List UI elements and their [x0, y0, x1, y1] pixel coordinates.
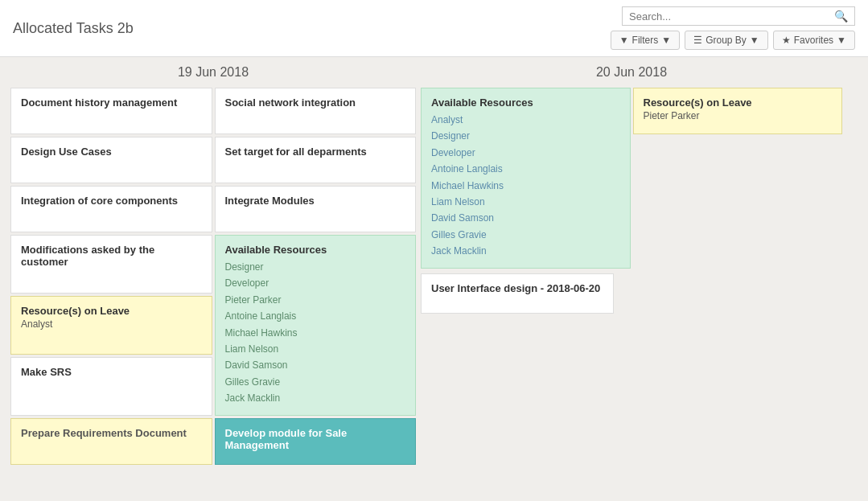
card-title: Make SRS [21, 366, 72, 378]
card-develop-module[interactable]: Develop module for Sale Management [215, 418, 417, 465]
list-icon: ☰ [693, 35, 702, 46]
card-integration-core[interactable]: Integration of core components [10, 186, 212, 232]
resource-developer: Developer [225, 275, 406, 291]
column-20-jun: 20 Jun 2018 Available Resources Analyst … [418, 57, 845, 465]
resource-antoine: Antoine Langlais [225, 308, 406, 324]
card-title: Available Resources [225, 244, 406, 256]
header: Allocated Tasks 2b 🔍 ▼ Filters ▼ ☰ Group… [0, 0, 868, 57]
date-header-right: 20 Jun 2018 [418, 57, 845, 88]
card-title: Available Resources [431, 97, 620, 109]
resource-pieter: Pieter Parker [225, 292, 406, 308]
card-title: Integration of core components [21, 195, 178, 207]
card-ui-design[interactable]: User Interface design - 2018-06-20 [421, 273, 614, 314]
filters-button[interactable]: ▼ Filters ▼ [611, 31, 680, 50]
chevron-down-icon2: ▼ [750, 35, 759, 46]
card-social-network[interactable]: Social network integration [215, 88, 417, 134]
card-prepare-req[interactable]: Prepare Requirements Document [10, 418, 212, 465]
group-by-button[interactable]: ☰ Group By ▼ [685, 31, 768, 50]
date-header-left: 19 Jun 2018 [8, 57, 418, 88]
card-resource-leave-right[interactable]: Resource(s) on Leave Pieter Parker [633, 88, 843, 134]
card-design-use-cases[interactable]: Design Use Cases [10, 137, 212, 183]
card-resource-leave-left[interactable]: Resource(s) on Leave Analyst [10, 296, 212, 355]
star-icon: ★ [782, 35, 791, 46]
resource-jack: Jack Macklin [225, 390, 406, 406]
search-input[interactable] [629, 10, 834, 23]
card-title: Develop module for Sale Management [225, 427, 348, 451]
resource-analyst: Analyst [431, 112, 620, 128]
card-title: Social network integration [225, 97, 356, 109]
card-title: Resource(s) on Leave [644, 97, 833, 109]
resource-liam: Liam Nelson [225, 341, 406, 357]
resource-gilles2: Gilles Gravie [431, 227, 620, 243]
card-set-target[interactable]: Set target for all deparments [215, 137, 417, 183]
card-title: Design Use Cases [21, 146, 112, 158]
card-doc-history[interactable]: Document history management [10, 88, 212, 134]
card-title: Resource(s) on Leave [21, 305, 202, 317]
resource-david: David Samson [225, 357, 406, 373]
resource-michael2: Michael Hawkins [431, 178, 620, 194]
resource-designer2: Designer [431, 128, 620, 144]
favorites-button[interactable]: ★ Favorites ▼ [773, 31, 855, 50]
card-modifications[interactable]: Modifications asked by the customer [10, 235, 212, 294]
search-icon[interactable]: 🔍 [834, 10, 848, 23]
card-title: User Interface design - 2018-06-20 [431, 282, 600, 294]
card-available-resources-left[interactable]: Available Resources Designer Developer P… [215, 235, 417, 416]
resource-david2: David Samson [431, 210, 620, 226]
column-19-jun: 19 Jun 2018 Document history management … [8, 57, 418, 465]
resource-antoine2: Antoine Langlais [431, 161, 620, 177]
card-integrate-modules[interactable]: Integrate Modules [215, 186, 417, 232]
card-title: Modifications asked by the customer [21, 244, 154, 268]
resource-developer2: Developer [431, 145, 620, 161]
main-content: 19 Jun 2018 Document history management … [0, 57, 868, 473]
empty-cell [633, 199, 843, 207]
filter-icon: ▼ [619, 35, 629, 46]
card-title: Integrate Modules [225, 195, 315, 207]
card-make-srs[interactable]: Make SRS [10, 357, 212, 416]
card-title: Prepare Requirements Document [21, 427, 187, 439]
card-sub: Pieter Parker [644, 110, 833, 121]
resource-jack2: Jack Macklin [431, 243, 620, 259]
card-title: Document history management [21, 97, 177, 109]
chevron-down-icon: ▼ [661, 35, 671, 46]
resource-liam2: Liam Nelson [431, 194, 620, 210]
card-sub: Analyst [21, 318, 202, 330]
resource-michael: Michael Hawkins [225, 325, 406, 341]
resource-designer: Designer [225, 259, 406, 275]
search-bar: 🔍 [622, 6, 855, 26]
resource-gilles: Gilles Gravie [225, 374, 406, 390]
card-title: Set target for all deparments [225, 146, 367, 158]
chevron-down-icon3: ▼ [837, 35, 846, 46]
card-available-resources-right[interactable]: Available Resources Analyst Designer Dev… [421, 88, 631, 269]
page-title: Allocated Tasks 2b [13, 20, 134, 37]
